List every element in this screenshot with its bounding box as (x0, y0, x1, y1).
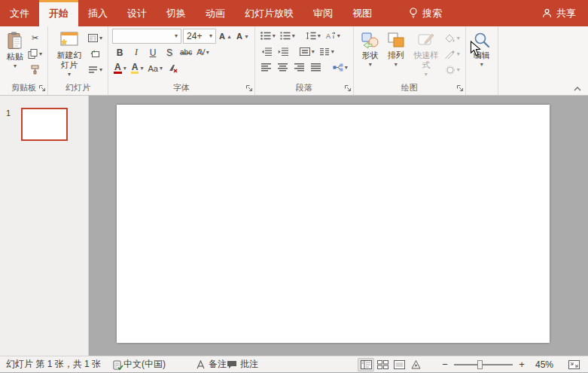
drawing-dialog-launcher[interactable] (456, 84, 464, 92)
comments-button[interactable]: 批注 (227, 358, 258, 371)
slide-info[interactable]: 幻灯片 第 1 张，共 1 张 (6, 358, 101, 371)
search-box[interactable]: 搜索 (401, 0, 449, 26)
status-bar: 幻灯片 第 1 张，共 1 张 中文(中国) 备注 批注 (0, 356, 588, 372)
chevron-down-icon: ▾ (68, 72, 71, 78)
font-dialog-launcher[interactable] (245, 84, 253, 92)
section-button[interactable]: ▾ (87, 63, 104, 77)
text-direction-button[interactable]: A ▾ (324, 29, 342, 43)
align-right-icon (294, 63, 304, 72)
increase-indent-button[interactable] (276, 44, 291, 59)
decrease-indent-button[interactable] (259, 44, 274, 59)
underline-button[interactable]: U (145, 45, 160, 60)
character-spacing-button[interactable]: AV ▾ (195, 45, 211, 60)
align-center-button[interactable] (276, 60, 291, 75)
justify-button[interactable] (309, 60, 324, 75)
change-case-button[interactable]: Aa ▾ (146, 61, 163, 75)
line-spacing-button[interactable]: ▾ (304, 29, 322, 43)
shapes-button[interactable]: 形状 ▾ (358, 29, 383, 69)
editing-canvas (89, 96, 588, 356)
slides-group: 新建幻灯片 ▾ ▾ (48, 26, 108, 95)
shape-effects-button[interactable]: ▾ (443, 63, 462, 77)
font-size-combo[interactable]: 24+ ▾ (183, 29, 216, 44)
shape-fill-button[interactable]: ▾ (443, 31, 462, 45)
fit-to-window-button[interactable] (565, 358, 582, 371)
columns-button[interactable]: ▾ (318, 44, 336, 59)
zoom-level[interactable]: 45% (528, 359, 553, 370)
clear-formatting-button[interactable] (166, 61, 181, 75)
comment-icon (227, 360, 237, 369)
align-left-button[interactable] (259, 60, 274, 75)
notes-label: 备注 (209, 358, 227, 371)
reading-view-button[interactable] (391, 358, 407, 371)
section-icon (88, 66, 98, 74)
highlight-color-button[interactable]: A ▾ (129, 61, 145, 75)
share-label: 共享 (556, 7, 576, 20)
chevron-down-icon: ▾ (318, 33, 321, 39)
slideshow-view-button[interactable] (407, 358, 424, 371)
lightbulb-icon (409, 8, 418, 19)
cut-button[interactable]: ✂ (26, 31, 44, 45)
shrink-font-button[interactable]: A▼ (235, 29, 251, 44)
font-size-value: 24+ (187, 31, 202, 41)
chevron-down-icon: ▾ (337, 33, 340, 39)
numbering-button[interactable]: ▾ (279, 29, 297, 43)
tab-home[interactable]: 开始 (39, 0, 78, 26)
paragraph-dialog-launcher[interactable] (344, 84, 352, 92)
align-right-button[interactable] (292, 60, 307, 75)
font-name-combo[interactable]: ▾ (112, 29, 181, 44)
powerpoint-window: 文件 开始 插入 设计 切换 动画 幻灯片放映 审阅 视图 搜索 共享 (0, 0, 588, 373)
grow-font-button[interactable]: A▲ (218, 29, 233, 44)
spellcheck-button[interactable] (113, 359, 123, 370)
quick-styles-button[interactable]: 快速样式 ▾ (409, 29, 443, 78)
tab-insert[interactable]: 插入 (78, 0, 117, 26)
strikethrough-button[interactable]: abc (178, 45, 193, 60)
chevron-down-icon: ▾ (345, 65, 348, 71)
clipboard-dialog-launcher[interactable] (38, 84, 46, 92)
shape-outline-button[interactable]: ▾ (443, 47, 462, 61)
new-slide-button[interactable]: 新建幻灯片 ▾ (52, 29, 87, 78)
zoom-slider-thumb[interactable] (477, 360, 483, 369)
bullets-button[interactable]: ▾ (259, 29, 277, 43)
smartart-icon (333, 63, 343, 72)
paste-button[interactable]: 粘贴 ▾ (4, 29, 26, 70)
normal-view-button[interactable] (358, 358, 374, 371)
chevron-down-icon: ▾ (480, 62, 483, 68)
align-text-button[interactable]: ▾ (298, 44, 316, 59)
notes-button[interactable]: 备注 (196, 358, 227, 371)
shape-effects-icon (445, 66, 455, 75)
tab-design[interactable]: 设计 (117, 0, 157, 26)
italic-button[interactable]: I (129, 45, 144, 60)
zoom-out-button[interactable]: − (439, 359, 451, 371)
arrange-button[interactable]: 排列 ▾ (383, 29, 409, 69)
smartart-convert-button[interactable]: ▾ (331, 60, 349, 75)
collapse-ribbon-button[interactable] (573, 86, 582, 92)
reset-button[interactable] (87, 47, 104, 61)
copy-button[interactable]: ▾ (26, 47, 44, 61)
search-label: 搜索 (422, 7, 442, 20)
slide-sorter-view-button[interactable] (374, 358, 391, 371)
tab-transitions[interactable]: 切换 (157, 0, 196, 26)
tab-view[interactable]: 视图 (343, 0, 382, 26)
quick-styles-icon (416, 31, 436, 49)
bold-button[interactable]: B (112, 45, 127, 60)
format-painter-button[interactable] (26, 63, 44, 77)
increase-indent-icon (278, 47, 288, 56)
chevron-down-icon: ▾ (395, 62, 398, 68)
slide-thumbnail[interactable] (21, 108, 68, 141)
text-shadow-button[interactable]: S (162, 45, 177, 60)
text-direction-icon: A (325, 32, 336, 40)
font-color-button[interactable]: A ▾ (112, 61, 128, 75)
tab-review[interactable]: 审阅 (303, 0, 343, 26)
tab-slideshow[interactable]: 幻灯片放映 (235, 0, 303, 26)
zoom-in-button[interactable]: + (516, 359, 528, 371)
share-button[interactable]: 共享 (530, 0, 588, 26)
tab-animations[interactable]: 动画 (196, 0, 235, 26)
drawing-group-label: 绘图 (354, 82, 465, 95)
layout-button[interactable]: ▾ (87, 31, 104, 45)
chevron-down-icon: ▾ (140, 66, 143, 72)
language-indicator[interactable]: 中文(中国) (123, 358, 166, 371)
slide-canvas[interactable] (117, 105, 550, 343)
zoom-slider[interactable] (454, 364, 513, 365)
tab-file[interactable]: 文件 (0, 0, 39, 26)
notes-icon (196, 360, 206, 369)
